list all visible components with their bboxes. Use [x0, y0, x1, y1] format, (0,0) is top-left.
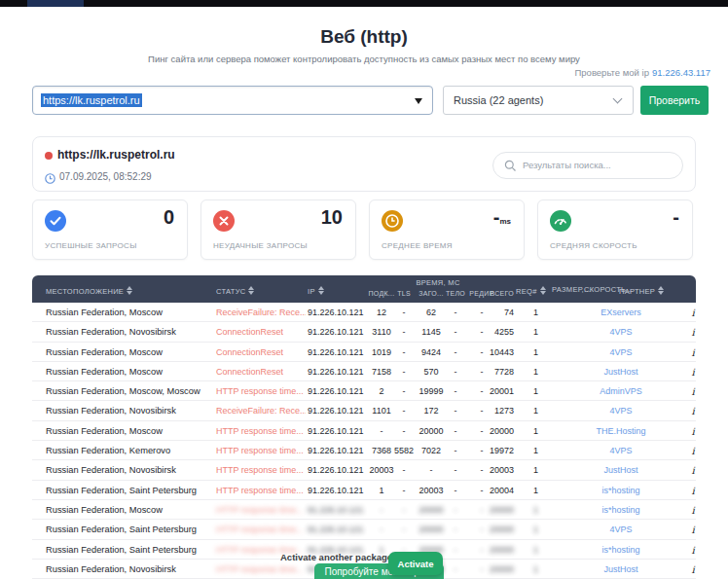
col-total[interactable]: ВСЕГО: [475, 290, 514, 297]
card-success: 0 УСПЕШНЫЕ ЗАПРОСЫ: [32, 199, 188, 260]
region-select[interactable]: Russia (22 agents): [443, 86, 634, 115]
cell-total: 20000: [475, 525, 514, 534]
row-info-icon[interactable]: i: [686, 564, 696, 575]
region-select-value: Russia (22 agents): [454, 94, 543, 106]
col-req[interactable]: REQ#: [516, 285, 546, 296]
row-info-icon[interactable]: i: [686, 406, 696, 416]
cell-partner[interactable]: 4VPS: [572, 446, 670, 455]
cell-location: Russian Federation, Novosibirsk: [46, 465, 176, 475]
col-body[interactable]: ТЕЛО: [442, 290, 469, 297]
cell-location: Russian Federation, Novosibirsk: [46, 327, 176, 337]
cell-partner[interactable]: is*hosting: [572, 545, 670, 555]
cell-req: 1: [533, 505, 538, 515]
table-row: Russian Federation, NovosibirskHTTP resp…: [32, 460, 696, 480]
cell-total: 7728: [475, 367, 514, 377]
cell-location: Russian Federation, Saint Petersburg: [46, 545, 197, 555]
table-row: Russian Federation, KemerovoHTTP respons…: [32, 441, 696, 460]
cell-partner[interactable]: JustHost: [572, 465, 670, 475]
col-location[interactable]: МЕСТОПОЛОЖЕНИЕ: [46, 285, 132, 296]
row-info-icon[interactable]: i: [686, 486, 696, 496]
url-input[interactable]: https://lk.ruspetrol.ru: [32, 86, 433, 115]
cell-partner[interactable]: is*hosting: [572, 486, 670, 495]
x-circle-icon: [213, 210, 235, 235]
cell-status: HTTP response time...: [216, 564, 304, 574]
cell-total: 74: [475, 308, 514, 317]
cell-ip: 91.226.10.121: [308, 386, 364, 396]
row-info-icon[interactable]: i: [686, 465, 696, 476]
results-table: МЕСТОПОЛОЖЕНИЕ СТАТУС IP ВРЕМЯ, МС ПОДК.…: [32, 275, 696, 579]
avg-time-label: СРЕДНЕЕ ВРЕМЯ: [382, 241, 453, 250]
row-info-icon[interactable]: i: [686, 525, 696, 535]
table-row: Russian Federation, Saint PetersburgHTTP…: [32, 520, 696, 539]
cell-location: Russian Federation, Saint Petersburg: [46, 486, 197, 495]
cell-req: 1: [533, 545, 538, 555]
success-label: УСПЕШНЫЕ ЗАПРОСЫ: [45, 241, 137, 250]
top-bar-segment: [27, 0, 84, 7]
cell-total: 20000: [475, 426, 514, 436]
cell-body: -: [442, 426, 469, 436]
success-count: 0: [164, 206, 174, 229]
cell-req: 1: [533, 525, 538, 534]
row-info-icon[interactable]: i: [686, 505, 696, 516]
status-dot-icon: [45, 152, 53, 160]
cell-ip: 91.226.10.121: [308, 327, 364, 337]
col-partner[interactable]: ПАРТНЕР: [619, 285, 664, 296]
cell-partner[interactable]: 4VPS: [572, 347, 670, 357]
avg-speed-label: СРЕДНЯЯ СКОРОСТЬ: [550, 241, 637, 250]
cell-status: HTTP response time...: [216, 505, 304, 515]
result-card: https://lk.ruspetrol.ru 07.09.2025, 08:5…: [32, 136, 696, 192]
cell-req: 1: [533, 406, 538, 416]
search-placeholder: Результаты поиска...: [523, 160, 611, 170]
cell-body: -: [442, 367, 469, 377]
cell-ip: 91.226.10.121: [308, 426, 364, 436]
table-row: Russian Federation, NovosibirskReceiveFa…: [32, 401, 696, 420]
cell-partner[interactable]: JustHost: [572, 367, 670, 377]
cell-location: Russian Federation, Moscow: [46, 308, 163, 317]
check-button[interactable]: Проверить: [640, 86, 709, 115]
cell-status: HTTP response time...: [216, 446, 304, 455]
cell-location: Russian Federation, Moscow: [46, 505, 163, 515]
cell-req: 1: [533, 426, 538, 436]
col-status[interactable]: СТАТУС: [216, 285, 254, 296]
row-info-icon[interactable]: i: [686, 308, 696, 318]
table-row: Russian Federation, Saint PetersburgHTTP…: [32, 481, 696, 500]
cell-status: HTTP response time...: [216, 465, 304, 475]
card-avg-time: -ms СРЕДНЕЕ ВРЕМЯ: [369, 199, 525, 260]
cell-body: -: [442, 406, 469, 416]
cell-body: -: [442, 308, 469, 317]
cell-body: -: [442, 545, 469, 555]
my-ip-link[interactable]: 91.226.43.117: [652, 67, 710, 78]
cell-partner[interactable]: THE.Hosting: [572, 426, 670, 436]
input-dropdown-caret-icon[interactable]: [415, 98, 422, 104]
row-info-icon[interactable]: i: [686, 545, 696, 556]
row-info-icon[interactable]: i: [686, 446, 696, 456]
cell-partner[interactable]: 4VPS: [572, 406, 670, 416]
cell-partner[interactable]: 4VPS: [572, 525, 670, 534]
row-info-icon[interactable]: i: [686, 386, 696, 397]
page-subtitle: Пинг сайта или сервера поможет контролир…: [0, 54, 728, 64]
cell-location: Russian Federation, Moscow: [46, 426, 163, 436]
clock-circle-icon: [382, 210, 403, 235]
cell-status: HTTP response time...: [216, 386, 304, 396]
cell-partner[interactable]: 4VPS: [572, 327, 670, 337]
cell-partner[interactable]: JustHost: [572, 564, 670, 574]
col-ip[interactable]: IP: [308, 285, 324, 296]
row-info-icon[interactable]: i: [686, 426, 696, 437]
sort-icon: [540, 286, 546, 295]
cell-partner[interactable]: AdminVPS: [572, 386, 670, 396]
table-row: Russian Federation, MoscowReceiveFailure…: [32, 303, 696, 322]
cell-total: 10443: [475, 347, 514, 357]
cell-total: 4255: [475, 327, 514, 337]
row-info-icon[interactable]: i: [686, 327, 696, 338]
results-search-input[interactable]: Результаты поиска...: [492, 152, 683, 179]
top-black-bar: [0, 0, 728, 7]
cell-total: 20004: [475, 486, 514, 495]
table-row: Russian Federation, MoscowHTTP response …: [32, 500, 696, 520]
row-info-icon[interactable]: i: [686, 367, 696, 378]
activate-button[interactable]: Activate: [388, 552, 443, 575]
cell-body: -: [442, 327, 469, 337]
cell-partner[interactable]: EXservers: [572, 308, 670, 317]
cell-partner[interactable]: is*hosting: [572, 505, 670, 515]
cell-ip: 91.226.10.121: [308, 367, 364, 377]
row-info-icon[interactable]: i: [686, 347, 696, 358]
